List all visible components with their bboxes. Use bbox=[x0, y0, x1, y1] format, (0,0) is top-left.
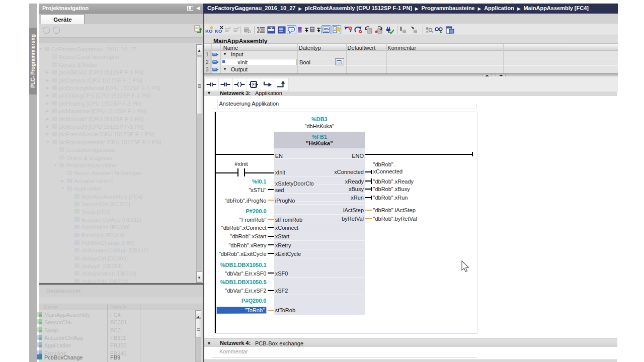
svg-text:O: O bbox=[209, 28, 212, 34]
svg-text:K: K bbox=[205, 28, 209, 34]
svg-text:K: K bbox=[215, 28, 218, 34]
svg-text:??: ?? bbox=[252, 82, 257, 87]
